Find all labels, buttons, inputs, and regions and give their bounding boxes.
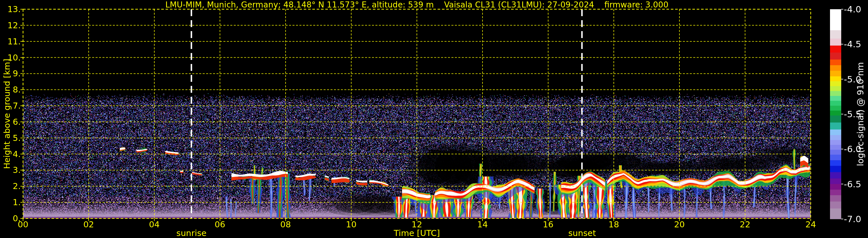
y-tick-label: 10. [0,53,21,62]
x-tick-label: 00 [6,220,40,229]
x-tick-label: 20 [662,220,697,229]
colorbar-tick-label: -6.0 [844,144,868,154]
colorbar-tick-label: -5.5 [844,109,868,119]
y-tick-label: 5. [0,133,21,143]
colorbar-tick-label: -4.0 [844,4,868,14]
y-tick-label: 13. [0,5,21,14]
ceilometer-backscatter-heatmap [0,0,868,238]
x-tick-label: 18 [596,220,631,229]
x-tick-label: 02 [71,220,106,229]
x-tick-label: 04 [137,220,172,229]
colorbar-tick-label: -7.0 [844,214,868,224]
y-tick-label: 4. [0,150,21,159]
y-tick-label: 2. [0,181,21,191]
x-axis-label: Time [UTC] [377,229,457,238]
sunset-label: sunset [553,229,611,238]
colorbar-tick-label: -4.5 [844,39,868,49]
x-tick-label: 10 [334,220,369,229]
y-tick-label: 6. [0,117,21,126]
x-tick-label: 14 [465,220,500,229]
x-tick-label: 16 [531,220,565,229]
x-tick-label: 08 [268,220,303,229]
y-tick-label: 12. [0,21,21,30]
sunrise-label: sunrise [163,229,220,238]
x-tick-label: 12 [400,220,434,229]
figure: LMU-MIM, Munich, Germany; 48.148° N 11.5… [0,0,868,238]
colorbar-tick-label: -6.5 [844,179,868,189]
y-tick-label: 1. [0,198,21,207]
y-tick-label: 11. [0,37,21,46]
y-tick-label: 9. [0,69,21,78]
y-tick-label: 7. [0,101,21,110]
x-tick-label: 22 [728,220,762,229]
x-tick-label: 24 [794,220,828,229]
y-tick-label: 3. [0,166,21,175]
chart-title: LMU-MIM, Munich, Germany; 48.148° N 11.5… [23,0,811,9]
colorbar-tick-label: -5.0 [844,75,868,84]
x-tick-label: 06 [203,220,237,229]
y-tick-label: 8. [0,85,21,94]
